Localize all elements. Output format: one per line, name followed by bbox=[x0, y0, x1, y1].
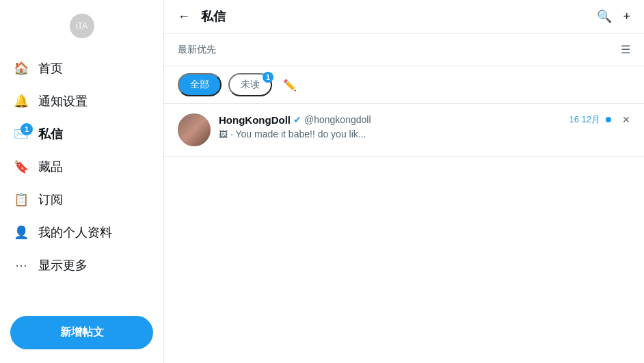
edit-requests-button[interactable]: ✏️ bbox=[279, 74, 301, 96]
tab-badge-unread: 1 bbox=[263, 72, 273, 83]
sidebar-item-messages[interactable]: ✉️ 私信 1 bbox=[0, 118, 163, 150]
nav-icon-subscriptions: 📋 bbox=[14, 192, 29, 207]
header-right: 🔍 + bbox=[597, 9, 630, 24]
sidebar-nav: 🏠 首页 🔔 通知设置 ✉️ 私信 1 🔖 藏品 📋 订阅 👤 我的个人资料 ⋯… bbox=[0, 52, 163, 309]
unread-dot bbox=[606, 117, 611, 122]
message-header-row: HongKongDoll ✔ @hongkongdoll 16 12月 ✕ bbox=[219, 113, 630, 126]
message-preview: 🖼 · You made it babe!! do you lik... bbox=[219, 129, 630, 139]
header: ← 私信 🔍 + bbox=[164, 0, 644, 33]
nav-label-more: 显示更多 bbox=[38, 257, 88, 273]
nav-label-messages: 私信 bbox=[38, 126, 63, 142]
sidebar-item-notifications[interactable]: 🔔 通知设置 bbox=[0, 85, 163, 118]
compose-icon[interactable]: + bbox=[623, 10, 630, 24]
sidebar-item-subscriptions[interactable]: 📋 订阅 bbox=[0, 183, 163, 216]
sidebar-logo: iTA bbox=[70, 14, 94, 38]
nav-badge-messages: 1 bbox=[21, 123, 33, 135]
avatar-image bbox=[178, 113, 211, 146]
tab-unread[interactable]: 未读1 bbox=[228, 73, 272, 96]
edit-icon: ✏️ bbox=[283, 79, 297, 92]
new-post-button[interactable]: 新增帖文 bbox=[10, 316, 153, 349]
message-item[interactable]: HongKongDoll ✔ @hongkongdoll 16 12月 ✕ 🖼 … bbox=[164, 104, 644, 157]
sidebar-item-more[interactable]: ⋯ 显示更多 bbox=[0, 249, 163, 282]
nav-icon-bookmarks: 🔖 bbox=[14, 159, 29, 174]
filter-label: 最新优先 bbox=[178, 44, 216, 56]
message-list: HongKongDoll ✔ @hongkongdoll 16 12月 ✕ 🖼 … bbox=[164, 104, 644, 363]
nav-label-home: 首页 bbox=[38, 60, 63, 77]
tabs-bar: 全部未读1 ✏️ bbox=[164, 66, 644, 104]
page-title: 私信 bbox=[201, 8, 226, 25]
sender-name: HongKongDoll bbox=[219, 114, 291, 126]
header-left: ← 私信 bbox=[178, 8, 226, 25]
nav-label-profile: 我的个人资料 bbox=[38, 224, 112, 241]
filter-icon[interactable]: ☰ bbox=[621, 43, 630, 56]
sidebar-item-bookmarks[interactable]: 🔖 藏品 bbox=[0, 150, 163, 183]
message-sender: HongKongDoll ✔ @hongkongdoll bbox=[219, 114, 371, 126]
nav-label-bookmarks: 藏品 bbox=[38, 159, 63, 175]
search-icon[interactable]: 🔍 bbox=[597, 9, 612, 24]
sidebar: iTA 🏠 首页 🔔 通知设置 ✉️ 私信 1 🔖 藏品 📋 订阅 👤 我的个人… bbox=[0, 0, 164, 363]
nav-icon-more: ⋯ bbox=[14, 258, 29, 273]
close-message-button[interactable]: ✕ bbox=[622, 114, 630, 125]
nav-label-notifications: 通知设置 bbox=[38, 93, 88, 109]
verified-icon: ✔ bbox=[293, 114, 301, 125]
sidebar-item-profile[interactable]: 👤 我的个人资料 bbox=[0, 216, 163, 249]
message-content: HongKongDoll ✔ @hongkongdoll 16 12月 ✕ 🖼 … bbox=[219, 113, 630, 139]
nav-icon-home: 🏠 bbox=[14, 61, 29, 76]
message-time: 16 12月 bbox=[569, 113, 600, 126]
message-meta: 16 12月 ✕ bbox=[569, 113, 630, 126]
preview-text: · You made it babe!! do you lik... bbox=[230, 129, 366, 139]
avatar bbox=[178, 113, 211, 146]
preview-media-icon: 🖼 bbox=[219, 129, 228, 139]
nav-label-subscriptions: 订阅 bbox=[38, 191, 63, 208]
sender-handle: @hongkongdoll bbox=[304, 114, 371, 125]
nav-icon-profile: 👤 bbox=[14, 225, 29, 240]
filter-bar: 最新优先 ☰ bbox=[164, 33, 644, 66]
main-content: ← 私信 🔍 + 最新优先 ☰ 全部未读1 ✏️ HongKongDoll bbox=[164, 0, 644, 363]
tab-all[interactable]: 全部 bbox=[178, 73, 222, 96]
nav-icon-notifications: 🔔 bbox=[14, 94, 29, 109]
sidebar-item-home[interactable]: 🏠 首页 bbox=[0, 52, 163, 85]
back-button[interactable]: ← bbox=[178, 10, 190, 24]
